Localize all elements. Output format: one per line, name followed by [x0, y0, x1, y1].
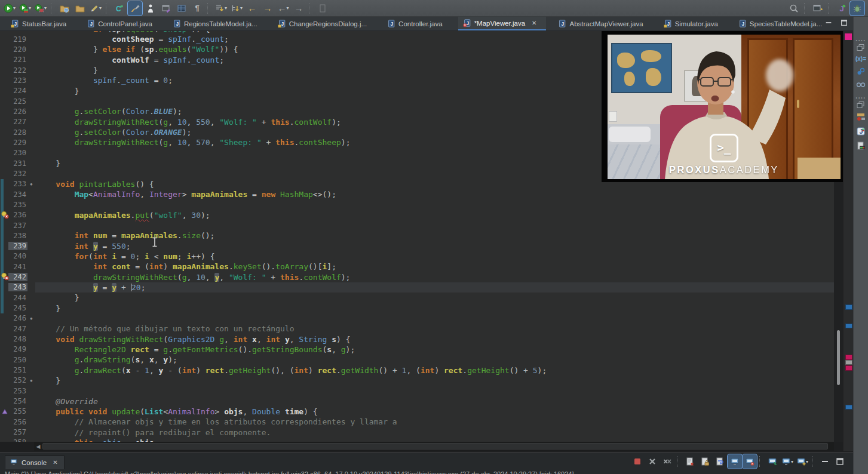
show-stdout-button[interactable] [728, 454, 742, 469]
open-console-button-dropdown[interactable]: ▾ [806, 459, 808, 464]
open-console-button[interactable]: ▾ [795, 454, 809, 469]
hierarchy-button[interactable]: ▾ [229, 1, 244, 16]
mark-occurrences-button[interactable] [128, 1, 142, 16]
editor-tab-controlpanel-java[interactable]: JControlPanel.java [82, 17, 161, 30]
close-tab-button[interactable]: ✕ [530, 19, 538, 27]
line-number[interactable]: 241 [8, 263, 27, 271]
line-number[interactable]: 237 [8, 221, 27, 230]
line-number[interactable]: 243 [8, 283, 27, 291]
fold-marker-icon[interactable]: ● [27, 316, 35, 321]
line-number[interactable]: 225 [8, 97, 27, 106]
line-number[interactable]: 242 [8, 273, 27, 281]
line-number[interactable]: 228 [8, 128, 27, 137]
editor-tab-abstractmapviewer-java[interactable]: JAbstractMapViewer.java [553, 17, 651, 30]
maximize-editor-button[interactable] [840, 19, 848, 29]
fold-marker-icon[interactable]: ● [27, 378, 35, 383]
line-number[interactable]: 224 [8, 87, 27, 95]
clear-console-button[interactable] [683, 454, 697, 469]
line-number[interactable]: 254 [8, 397, 27, 405]
expressions-view-button[interactable] [855, 78, 867, 90]
terminate-button[interactable] [630, 454, 645, 469]
edit-pencil-button-dropdown[interactable]: ▾ [99, 5, 102, 11]
scroll-lock-button[interactable] [698, 454, 712, 469]
word-wrap-button[interactable] [713, 454, 727, 469]
overview-ruler[interactable] [843, 31, 854, 451]
coverage-button[interactable]: ▾ [18, 1, 32, 16]
breakpoints-view-button[interactable] [855, 66, 867, 78]
editor-tab-mapviewer-java[interactable]: J*MapViewer.java✕ [458, 17, 547, 30]
line-number[interactable]: 256 [8, 418, 27, 426]
line-number[interactable]: 244 [8, 294, 27, 302]
line-number[interactable]: 232 [8, 170, 27, 178]
line-number[interactable]: 233 [8, 180, 27, 188]
line-number[interactable]: 258 [8, 438, 27, 442]
line-number[interactable]: 231 [8, 159, 27, 168]
remove-all-launches-button[interactable] [660, 454, 674, 469]
line-number[interactable]: 223 [8, 76, 27, 85]
minimize-editor-button[interactable] [824, 19, 833, 29]
editor-tab-changeregionsdialog-j[interactable]: JChangeRegionsDialog.j... [273, 17, 375, 30]
annotation-marker[interactable] [845, 355, 852, 360]
save-list-button[interactable]: ▾ [214, 1, 228, 16]
line-number[interactable]: 226 [8, 107, 27, 116]
run-button[interactable]: ▾ [2, 1, 17, 16]
annotation-marker[interactable] [845, 365, 852, 371]
minimize-console-button[interactable] [818, 454, 832, 469]
line-number[interactable]: 239 [8, 242, 27, 250]
line-number[interactable]: 245 [8, 304, 27, 312]
table-view-button[interactable] [174, 1, 189, 16]
line-number[interactable]: 250 [8, 356, 27, 364]
back-history-button-dropdown[interactable]: ▾ [286, 5, 289, 11]
line-number[interactable]: 257 [8, 428, 27, 436]
edit-pencil-button[interactable]: ▾ [88, 1, 103, 16]
editor-tab-controller-java[interactable]: JController.java [382, 17, 451, 30]
open-folder-button[interactable] [73, 1, 87, 16]
debug-view-button[interactable] [855, 111, 867, 123]
run-button-dropdown[interactable]: ▾ [13, 5, 16, 11]
new-class-button[interactable]: C [112, 1, 127, 16]
line-number[interactable]: 220 [8, 45, 27, 54]
scroll-left-arrow-icon[interactable]: ◀ [34, 444, 42, 450]
annotation-marker[interactable] [845, 324, 852, 328]
line-number[interactable]: 222 [8, 66, 27, 75]
annotation-marker[interactable] [845, 405, 852, 410]
back-button[interactable]: ← [245, 1, 259, 16]
annotation-marker[interactable] [845, 360, 852, 365]
pin-console-button[interactable] [765, 454, 780, 469]
back-history-button[interactable]: ←▾ [276, 1, 290, 16]
extract-button[interactable] [143, 1, 158, 16]
forward-history-button[interactable]: → [292, 1, 306, 16]
editor-tab-simulator-java[interactable]: JSimulator.java [659, 17, 726, 30]
junit-view-button[interactable]: J [855, 125, 867, 137]
line-number[interactable]: 221 [8, 56, 27, 64]
open-perspective-button[interactable] [811, 1, 825, 16]
show-stderr-button[interactable] [743, 454, 757, 469]
line-number[interactable]: 219 [8, 35, 27, 44]
line-number[interactable]: 218 [8, 31, 27, 33]
line-number[interactable]: 253 [8, 387, 27, 395]
save-list-button-dropdown[interactable]: ▾ [225, 5, 227, 11]
line-number[interactable]: 234 [8, 190, 27, 199]
forward-button[interactable]: → [260, 1, 275, 16]
variables-view-button[interactable]: (x)= [855, 53, 867, 64]
vertical-scrollbar-thumb[interactable] [837, 330, 840, 385]
debug-button-dropdown[interactable]: ▾ [44, 5, 47, 11]
open-wizard-button[interactable] [57, 1, 72, 16]
maximize-console-button[interactable] [833, 454, 847, 469]
fold-marker-icon[interactable]: ● [27, 181, 35, 187]
close-console-button[interactable]: ✕ [51, 458, 59, 466]
editor-horizontal-scrollbar[interactable]: ◀ [34, 442, 834, 451]
line-number[interactable]: 246 [8, 314, 27, 322]
show-whitespace-button[interactable]: ¶ [190, 1, 204, 16]
last-edit-location-button[interactable] [315, 1, 330, 16]
line-number[interactable]: 248 [8, 335, 27, 343]
line-number[interactable]: 227 [8, 118, 27, 126]
remove-launch-button[interactable] [645, 454, 660, 469]
line-number[interactable]: 247 [8, 325, 27, 333]
editor-tab-speciestablemodel-ja[interactable]: JSpeciesTableModel.ja... [734, 17, 830, 30]
line-number[interactable]: 255 [8, 407, 27, 415]
hierarchy-button-dropdown[interactable]: ▾ [240, 5, 243, 11]
error-indicator-icon[interactable] [845, 33, 852, 40]
line-number[interactable]: 249 [8, 345, 27, 353]
horizontal-scrollbar-thumb[interactable] [42, 443, 828, 450]
